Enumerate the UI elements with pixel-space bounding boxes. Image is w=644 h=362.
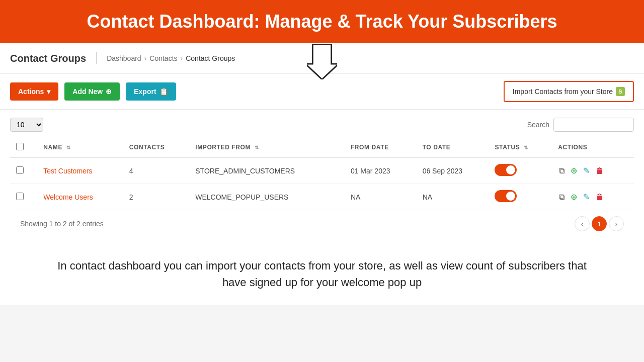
showing-text: Showing 1 to 2 of 2 entries bbox=[20, 220, 104, 228]
sort-name-icon: ⇅ bbox=[66, 145, 71, 150]
sort-status-icon: ⇅ bbox=[524, 145, 528, 150]
sort-imported-icon: ⇅ bbox=[255, 145, 259, 150]
table-row: Welcome Users 2 WELCOME_POPUP_USERS NA N… bbox=[10, 184, 634, 210]
row2-from-date: NA bbox=[345, 184, 417, 210]
page-title: Contact Groups bbox=[10, 53, 86, 64]
select-all-checkbox[interactable] bbox=[16, 143, 24, 150]
row1-checkbox[interactable] bbox=[10, 157, 37, 184]
row1-delete-icon[interactable]: 🗑 bbox=[595, 165, 605, 176]
shopify-icon: S bbox=[616, 87, 625, 96]
row2-checkbox[interactable] bbox=[10, 184, 37, 210]
table-container: 10 25 50 Search bbox=[0, 110, 644, 243]
row1-imported-from: STORE_ADMIN_CUSTOMERS bbox=[189, 157, 345, 184]
row2-edit-icon[interactable]: ✎ bbox=[582, 191, 591, 203]
col-from-date: FROM DATE bbox=[345, 138, 417, 157]
per-page-dropdown[interactable]: 10 25 50 bbox=[10, 118, 43, 132]
row1-actions-cell: ⧉ ⊕ ✎ 🗑 bbox=[558, 165, 628, 176]
breadcrumb-sep2: › bbox=[181, 54, 183, 62]
row1-name[interactable]: Test Customers bbox=[37, 157, 123, 184]
add-new-button[interactable]: Add New ⊕ bbox=[64, 82, 120, 101]
import-contacts-button[interactable]: Import Contacts from your Store S bbox=[504, 81, 634, 102]
row2-status[interactable] bbox=[489, 184, 552, 210]
col-checkbox bbox=[10, 138, 37, 157]
per-page-select[interactable]: 10 25 50 bbox=[10, 118, 43, 132]
row1-toggle-slider bbox=[495, 164, 517, 176]
export-icon: 📋 bbox=[159, 87, 168, 96]
footer-text-content: In contact dashboard you can import your… bbox=[57, 259, 587, 289]
breadcrumb-sep1: › bbox=[144, 54, 147, 62]
row2-toggle[interactable] bbox=[495, 190, 517, 202]
row1-select[interactable] bbox=[16, 166, 24, 174]
breadcrumb-dashboard[interactable]: Dashboard bbox=[107, 54, 141, 62]
header-banner: Contact Dashboard: Manage & Track Your S… bbox=[0, 0, 644, 43]
breadcrumb-current: Contact Groups bbox=[186, 54, 235, 62]
actions-label: Actions bbox=[18, 87, 44, 96]
prev-page-button[interactable]: ‹ bbox=[575, 216, 590, 231]
export-button[interactable]: Export 📋 bbox=[126, 82, 176, 101]
row2-name[interactable]: Welcome Users bbox=[37, 184, 123, 210]
page-1-button[interactable]: 1 bbox=[592, 216, 607, 231]
add-new-label: Add New bbox=[72, 87, 103, 96]
row1-to-date: 06 Sep 2023 bbox=[417, 157, 489, 184]
breadcrumb: Dashboard › Contacts › Contact Groups bbox=[107, 54, 235, 62]
col-contacts: CONTACTS bbox=[123, 138, 190, 157]
row1-edit-icon[interactable]: ✎ bbox=[582, 165, 591, 176]
import-label: Import Contacts from your Store bbox=[513, 87, 613, 96]
breadcrumb-divider bbox=[96, 52, 97, 64]
search-box: Search bbox=[527, 118, 634, 132]
search-input[interactable] bbox=[553, 118, 634, 132]
arrow-indicator bbox=[307, 44, 337, 81]
row2-actions: ⧉ ⊕ ✎ 🗑 bbox=[552, 184, 634, 210]
col-status[interactable]: STATUS ⇅ bbox=[489, 138, 552, 157]
svg-marker-0 bbox=[307, 44, 337, 79]
row1-contacts: 4 bbox=[123, 157, 190, 184]
row2-contacts: 2 bbox=[123, 184, 190, 210]
table-controls: 10 25 50 Search bbox=[10, 118, 634, 132]
export-label: Export bbox=[134, 87, 156, 96]
row2-select[interactable] bbox=[16, 193, 24, 200]
table-header-row: NAME ⇅ CONTACTS IMPORTED FROM ⇅ FROM DAT… bbox=[10, 138, 634, 157]
row1-actions: ⧉ ⊕ ✎ 🗑 bbox=[552, 157, 634, 184]
table-body: Test Customers 4 STORE_ADMIN_CUSTOMERS 0… bbox=[10, 157, 634, 210]
header-title: Contact Dashboard: Manage & Track Your S… bbox=[0, 11, 644, 32]
row1-from-date: 01 Mar 2023 bbox=[345, 157, 417, 184]
row2-imported-from: WELCOME_POPUP_USERS bbox=[189, 184, 345, 210]
footer-description: In contact dashboard you can import your… bbox=[0, 243, 644, 305]
row2-actions-cell: ⧉ ⊕ ✎ 🗑 bbox=[558, 191, 628, 203]
table-row: Test Customers 4 STORE_ADMIN_CUSTOMERS 0… bbox=[10, 157, 634, 184]
row1-toggle[interactable] bbox=[495, 164, 517, 176]
next-page-button[interactable]: › bbox=[609, 216, 624, 231]
row2-add-icon[interactable]: ⊕ bbox=[570, 191, 578, 203]
search-label: Search bbox=[527, 121, 549, 129]
row1-copy-icon[interactable]: ⧉ bbox=[558, 165, 566, 176]
col-actions: ACTIONS bbox=[552, 138, 634, 157]
row2-toggle-slider bbox=[495, 190, 517, 202]
col-name[interactable]: NAME ⇅ bbox=[37, 138, 123, 157]
row1-add-icon[interactable]: ⊕ bbox=[570, 165, 578, 176]
actions-button[interactable]: Actions ▾ bbox=[10, 82, 58, 101]
pagination-controls: ‹ 1 › bbox=[575, 216, 624, 231]
breadcrumb-contacts[interactable]: Contacts bbox=[149, 54, 177, 62]
col-imported-from[interactable]: IMPORTED FROM ⇅ bbox=[189, 138, 345, 157]
actions-chevron-icon: ▾ bbox=[47, 87, 50, 96]
contacts-table: NAME ⇅ CONTACTS IMPORTED FROM ⇅ FROM DAT… bbox=[10, 138, 634, 210]
row2-to-date: NA bbox=[417, 184, 489, 210]
add-new-icon: ⊕ bbox=[106, 87, 112, 96]
pagination-bar: Showing 1 to 2 of 2 entries ‹ 1 › bbox=[10, 210, 634, 235]
row1-status[interactable] bbox=[489, 157, 552, 184]
row2-delete-icon[interactable]: 🗑 bbox=[595, 192, 605, 203]
row2-copy-icon[interactable]: ⧉ bbox=[558, 192, 566, 203]
col-to-date: TO DATE bbox=[417, 138, 489, 157]
